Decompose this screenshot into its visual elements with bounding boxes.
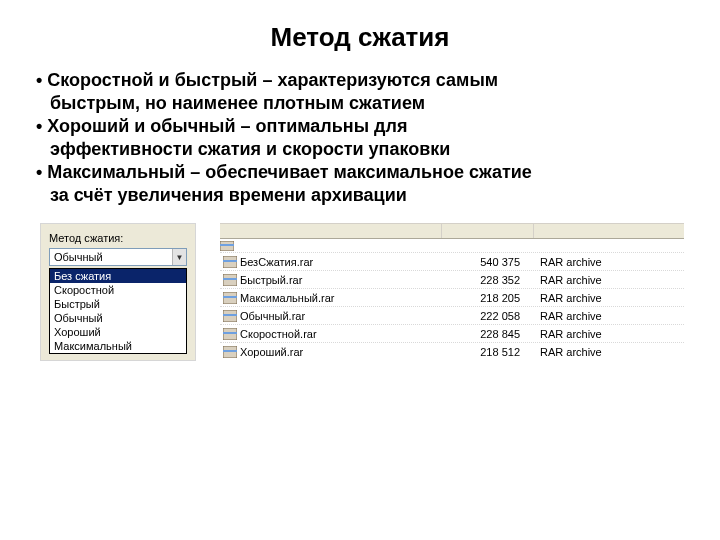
combo-selected-text: Обычный bbox=[54, 251, 103, 263]
rar-icon bbox=[220, 328, 240, 340]
bullet-3-line-2: за счёт увеличения времени архивации bbox=[36, 184, 684, 207]
file-row[interactable]: Быстрый.rar 228 352 RAR archive bbox=[220, 271, 684, 289]
option-good[interactable]: Хороший bbox=[50, 325, 186, 339]
header-name[interactable] bbox=[220, 224, 442, 238]
file-name: Скоростной.rar bbox=[240, 328, 442, 340]
bullet-3-line-1: • Максимальный – обеспечивает максимальн… bbox=[36, 161, 684, 184]
chevron-down-icon[interactable]: ▼ bbox=[172, 249, 186, 265]
svg-rect-13 bbox=[223, 350, 237, 352]
file-type: RAR archive bbox=[534, 256, 684, 268]
file-name: Максимальный.rar bbox=[240, 292, 442, 304]
svg-rect-5 bbox=[223, 278, 237, 280]
compression-method-combo[interactable]: Обычный ▼ bbox=[49, 248, 187, 266]
svg-rect-9 bbox=[223, 314, 237, 316]
file-type: RAR archive bbox=[534, 310, 684, 322]
file-row[interactable]: БезСжатия.rar 540 375 RAR archive bbox=[220, 253, 684, 271]
svg-rect-3 bbox=[223, 260, 237, 262]
bullet-2-line-1: • Хороший и обычный – оптимальны для bbox=[36, 115, 684, 138]
file-size: 228 845 bbox=[442, 328, 534, 340]
option-fastest[interactable]: Скоростной bbox=[50, 283, 186, 297]
option-no-compression[interactable]: Без сжатия bbox=[50, 269, 186, 283]
file-list-header bbox=[220, 223, 684, 239]
svg-rect-11 bbox=[223, 332, 237, 334]
svg-rect-1 bbox=[220, 244, 234, 246]
file-row[interactable]: Хороший.rar 218 512 RAR archive bbox=[220, 343, 684, 361]
file-type: RAR archive bbox=[534, 328, 684, 340]
file-size: 218 512 bbox=[442, 346, 534, 358]
file-name: БезСжатия.rar bbox=[240, 256, 442, 268]
rar-icon bbox=[220, 274, 240, 286]
header-type[interactable] bbox=[534, 224, 684, 238]
option-maximum[interactable]: Максимальный bbox=[50, 339, 186, 353]
file-row[interactable]: Скоростной.rar 228 845 RAR archive bbox=[220, 325, 684, 343]
file-size: 218 205 bbox=[442, 292, 534, 304]
clipped-row bbox=[220, 239, 684, 253]
option-fast[interactable]: Быстрый bbox=[50, 297, 186, 311]
rar-icon bbox=[220, 346, 240, 358]
rar-icon bbox=[220, 310, 240, 322]
slide-title: Метод сжатия bbox=[36, 22, 684, 53]
file-row[interactable]: Максимальный.rar 218 205 RAR archive bbox=[220, 289, 684, 307]
bullet-1-line-1: • Скоростной и быстрый – характеризуются… bbox=[36, 69, 684, 92]
bullet-list: • Скоростной и быстрый – характеризуются… bbox=[36, 69, 684, 207]
dropdown-label: Метод сжатия: bbox=[49, 232, 187, 244]
compression-method-droplist[interactable]: Без сжатия Скоростной Быстрый Обычный Хо… bbox=[49, 268, 187, 354]
file-type: RAR archive bbox=[534, 346, 684, 358]
file-size: 540 375 bbox=[442, 256, 534, 268]
rar-icon bbox=[220, 292, 240, 304]
option-normal[interactable]: Обычный bbox=[50, 311, 186, 325]
compression-method-panel: Метод сжатия: Обычный ▼ Без сжатия Скоро… bbox=[40, 223, 196, 361]
rar-icon bbox=[220, 241, 240, 251]
file-type: RAR archive bbox=[534, 274, 684, 286]
file-row[interactable]: Обычный.rar 222 058 RAR archive bbox=[220, 307, 684, 325]
file-list-panel: БезСжатия.rar 540 375 RAR archive Быстры… bbox=[220, 223, 684, 361]
file-type: RAR archive bbox=[534, 292, 684, 304]
file-size: 222 058 bbox=[442, 310, 534, 322]
bullet-1-line-2: быстрым, но наименее плотным сжатием bbox=[36, 92, 684, 115]
bullet-2-line-2: эффективности сжатия и скорости упаковки bbox=[36, 138, 684, 161]
file-name: Обычный.rar bbox=[240, 310, 442, 322]
svg-rect-7 bbox=[223, 296, 237, 298]
file-name: Хороший.rar bbox=[240, 346, 442, 358]
file-name: Быстрый.rar bbox=[240, 274, 442, 286]
header-size[interactable] bbox=[442, 224, 534, 238]
rar-icon bbox=[220, 256, 240, 268]
file-size: 228 352 bbox=[442, 274, 534, 286]
